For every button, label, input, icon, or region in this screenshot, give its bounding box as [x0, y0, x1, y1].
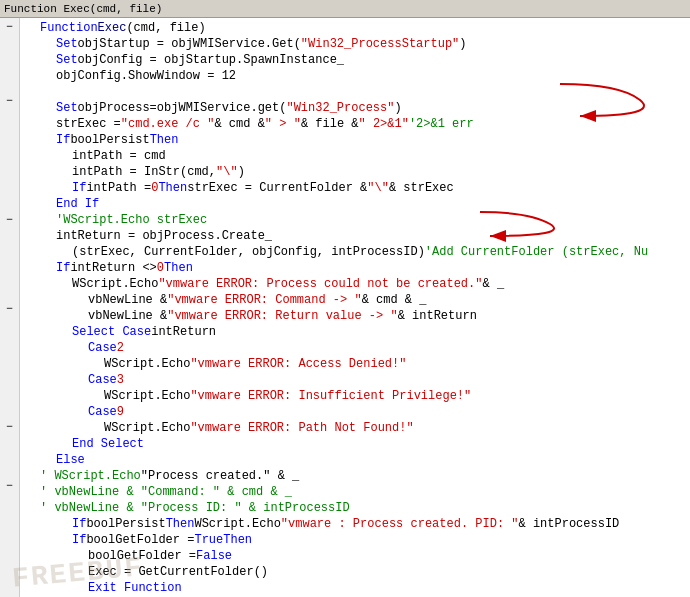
token-kw: Then: [223, 532, 252, 548]
token-kw: Select Case: [72, 324, 151, 340]
token-plain: strExec =: [56, 116, 121, 132]
code-line: vbNewLine & "vmware ERROR: Return value …: [24, 308, 686, 324]
token-kw: Then: [166, 516, 195, 532]
token-plain: boolPersist: [70, 132, 149, 148]
gutter-item: [0, 50, 19, 65]
gutter-item: [0, 198, 19, 213]
token-num: 2: [117, 340, 124, 356]
code-line: End Select: [24, 436, 686, 452]
gutter-item: [0, 109, 19, 124]
token-num: 0: [157, 260, 164, 276]
token-str: "\": [367, 180, 389, 196]
token-kw: End Select: [72, 436, 144, 452]
token-plain: boolGetFolder =: [86, 532, 194, 548]
gutter-item: [0, 449, 19, 464]
token-plain: ): [459, 36, 466, 52]
token-plain: & strExec: [389, 180, 454, 196]
gutter-item: [0, 316, 19, 331]
token-plain: objConfig = objStartup.SpawnInstance_: [78, 52, 344, 68]
token-kw: Function: [40, 20, 98, 36]
code-line: ' vbNewLine & "Command: " & cmd & _: [24, 484, 686, 500]
token-num: 9: [117, 404, 124, 420]
gutter-item: [0, 227, 19, 242]
token-num: 3: [117, 372, 124, 388]
token-str: "cmd.exe /c ": [121, 116, 215, 132]
token-str: "vmware ERROR: Path Not Found!": [190, 420, 413, 436]
code-line: vbNewLine & "vmware ERROR: Command -> " …: [24, 292, 686, 308]
code-line: If boolGetFolder = True Then: [24, 532, 686, 548]
token-plain: vbNewLine &: [88, 308, 167, 324]
token-cmt: 'WScript.Echo strExec: [56, 212, 207, 228]
code-line: If boolPersist Then: [24, 132, 686, 148]
token-plain: & _: [482, 276, 504, 292]
gutter-item: −: [0, 94, 19, 109]
gutter: −−−−−−: [0, 18, 20, 597]
code-line: ' vbNewLine & "Process ID: " & intProces…: [24, 500, 686, 516]
token-kw: Case: [88, 404, 117, 420]
token-plain: & cmd & _: [362, 292, 427, 308]
gutter-item: [0, 242, 19, 257]
token-cmt: '2>&1 err: [409, 116, 474, 132]
code-line: End If: [24, 196, 686, 212]
token-plain: _: [265, 228, 272, 244]
gutter-item: [0, 523, 19, 538]
token-str: "vmware : Process created. PID: ": [281, 516, 519, 532]
token-plain: intPath =: [86, 180, 151, 196]
gutter-item: [0, 494, 19, 509]
token-plain: objProcess=objWMIService.get(: [78, 100, 287, 116]
gutter-item: [0, 508, 19, 523]
code-line: WScript.Echo "vmware ERROR: Process coul…: [24, 276, 686, 292]
code-body: −−−−−− Function Exec(cmd, file)Set objSt…: [0, 18, 690, 597]
token-plain: ): [238, 164, 245, 180]
gutter-item: [0, 138, 19, 153]
token-kw: False: [196, 548, 232, 564]
token-cmt: ' vbNewLine & "Command: " & cmd & _: [40, 484, 292, 500]
token-plain: intReturn = objProcess.Create: [56, 228, 265, 244]
code-line: intPath = InStr(cmd,"\"): [24, 164, 686, 180]
gutter-item: [0, 331, 19, 346]
gutter-item: −: [0, 420, 19, 435]
token-plain: strExec = CurrentFolder &: [187, 180, 367, 196]
code-line: Function Exec(cmd, file): [24, 20, 686, 36]
token-plain: ): [394, 100, 401, 116]
token-plain: intPath = cmd: [72, 148, 166, 164]
token-kw: If: [72, 532, 86, 548]
gutter-item: [0, 286, 19, 301]
code-lines: Function Exec(cmd, file)Set objStartup =…: [20, 18, 690, 597]
gutter-item: [0, 35, 19, 50]
gutter-item: [0, 434, 19, 449]
token-str: "vmware ERROR: Insufficient Privilege!": [190, 388, 471, 404]
gutter-item: −: [0, 20, 19, 35]
token-cmt: 'Add CurrentFolder (strExec, Nu: [425, 244, 648, 260]
token-str: "\": [216, 164, 238, 180]
token-num: 0: [151, 180, 158, 196]
token-kw: Then: [150, 132, 179, 148]
gutter-item: [0, 405, 19, 420]
gutter-item: [0, 375, 19, 390]
gutter-item: [0, 390, 19, 405]
token-kw: If: [56, 260, 70, 276]
code-line: Else: [24, 452, 686, 468]
token-str: " 2>&1": [358, 116, 408, 132]
token-str: " > ": [265, 116, 301, 132]
token-plain: WScript.Echo: [194, 516, 280, 532]
gutter-item: [0, 346, 19, 361]
code-line: If boolPersist Then WScript.Echo "vmware…: [24, 516, 686, 532]
code-line: Set objConfig = objStartup.SpawnInstance…: [24, 52, 686, 68]
gutter-item: [0, 79, 19, 94]
token-str: "vmware ERROR: Command -> ": [167, 292, 361, 308]
code-line: Set objProcess=objWMIService.get("Win32_…: [24, 100, 686, 116]
gutter-item: −: [0, 479, 19, 494]
code-line: (strExec, CurrentFolder, objConfig, intP…: [24, 244, 686, 260]
code-line: Select Case intReturn: [24, 324, 686, 340]
token-plain: & file &: [301, 116, 359, 132]
code-line: ' WScript.Echo "Process created." & _: [24, 468, 686, 484]
token-plain: boolPersist: [86, 516, 165, 532]
gutter-item: [0, 272, 19, 287]
gutter-item: [0, 257, 19, 272]
code-line: Case 9: [24, 404, 686, 420]
gutter-item: −: [0, 301, 19, 316]
gutter-item: [0, 538, 19, 553]
token-str: "vmware ERROR: Return value -> ": [167, 308, 397, 324]
gutter-item: [0, 153, 19, 168]
